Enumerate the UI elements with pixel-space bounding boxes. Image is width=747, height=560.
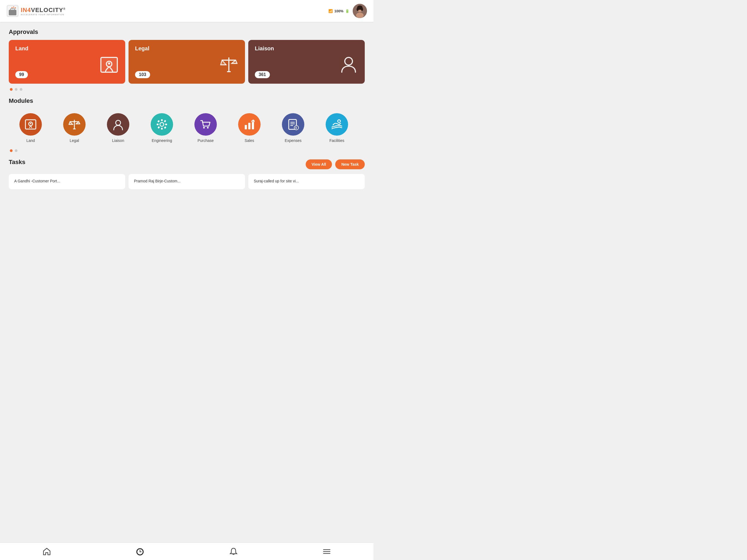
task-2-text: Pramod Raj Birje-Custom... [134,179,180,183]
approvals-dots [9,88,365,91]
tasks-title: Tasks [9,159,25,166]
module-expenses[interactable]: $ Expenses [271,109,315,147]
task-3-text: Suraj-called up for site vi... [254,179,299,183]
svg-point-3 [13,6,14,8]
modules-dot-1 [10,149,12,152]
land-card-icon [100,55,119,78]
approval-liaison-title: Liaison [255,45,358,52]
modules-title: Modules [9,97,365,104]
task-card-2[interactable]: Pramod Raj Birje-Custom... [129,174,245,189]
svg-point-42 [207,127,209,128]
task-card-3[interactable]: Suraj-called up for site vi... [248,174,365,189]
modules-dot-2 [15,149,18,152]
approval-card-land[interactable]: Land 99 [9,40,125,84]
module-purchase[interactable]: Purchase [184,109,228,147]
svg-point-11 [357,8,359,11]
svg-point-41 [203,127,205,128]
module-sales-icon: $ [238,113,261,136]
module-legal-label: Legal [70,138,79,143]
module-legal-icon [63,113,85,136]
status-bar: 📶 100% 🔋 [328,9,350,13]
approvals-title: Approvals [9,28,365,35]
approval-legal-count: 103 [135,71,150,78]
svg-rect-33 [161,119,163,121]
svg-rect-43 [245,125,247,129]
approval-land-title: Land [15,45,119,52]
logo-icon [6,5,19,17]
approval-card-legal[interactable]: Legal 103 [129,40,245,84]
module-facilities-icon [326,113,348,136]
legal-card-icon [219,55,238,78]
svg-rect-21 [227,71,231,72]
modules-grid: Land Legal [9,109,365,147]
dot-3 [20,88,22,91]
module-engineering[interactable]: Engineering [140,109,184,147]
module-facilities-label: Facilities [330,138,344,143]
top-bar: IN4VELOCITY® ACCELERATE YOUR INFORMATION… [0,0,374,22]
battery-icon: 🔋 [345,9,350,13]
module-liaison-label: Liaison [112,138,124,143]
module-sales-label: Sales [244,138,254,143]
approval-card-liaison[interactable]: Liaison 361 [248,40,365,84]
svg-point-22 [345,57,353,65]
modules-dots [9,149,365,152]
svg-point-16 [108,62,110,65]
svg-point-2 [11,7,12,8]
svg-rect-40 [164,120,166,122]
logo-main-text: IN4VELOCITY® [21,6,66,14]
svg-rect-35 [157,124,159,125]
approval-liaison-count: 361 [255,71,270,78]
dot-1 [10,88,12,91]
avatar[interactable] [353,4,367,18]
task-card-1[interactable]: A Gandhi -Customer Port... [9,174,125,189]
approval-legal-title: Legal [135,45,238,52]
svg-text:$: $ [295,126,297,129]
module-liaison-icon [107,113,129,136]
svg-point-9 [356,12,364,18]
logo-sub-text: ACCELERATE YOUR INFORMATION [21,14,66,16]
view-all-button[interactable]: View All [306,159,332,169]
svg-point-31 [115,120,121,125]
module-land-label: Land [26,138,35,143]
wifi-icon: 📶 [328,9,333,13]
module-engineering-label: Engineering [152,138,172,143]
module-facilities[interactable]: Facilities [315,109,359,147]
svg-rect-23 [25,120,36,129]
avatar-image [353,4,367,18]
svg-point-25 [30,123,31,124]
main-content: Approvals Land 99 Legal 103 [0,22,374,262]
logo-text-area: IN4VELOCITY® ACCELERATE YOUR INFORMATION [21,6,66,16]
svg-point-32 [160,123,164,126]
new-task-button[interactable]: New Task [335,159,365,169]
tasks-row: A Gandhi -Customer Port... Pramod Raj Bi… [9,174,365,189]
svg-rect-36 [165,124,167,125]
approvals-row: Land 99 Legal 103 [9,40,365,84]
svg-rect-30 [73,128,76,129]
task-1-text: A Gandhi -Customer Port... [14,179,60,183]
svg-point-54 [338,120,340,123]
svg-rect-34 [161,128,163,130]
dot-2 [15,88,18,91]
module-legal[interactable]: Legal [52,109,96,147]
module-land[interactable]: Land [9,109,52,147]
svg-text:$: $ [252,121,254,123]
svg-rect-44 [248,123,251,129]
liaison-card-icon [339,55,358,78]
module-expenses-label: Expenses [285,138,301,143]
module-expenses-icon: $ [282,113,304,136]
svg-rect-38 [164,126,166,129]
svg-rect-37 [157,120,160,123]
tasks-header: Tasks View All New Task [9,159,365,170]
module-purchase-label: Purchase [198,138,213,143]
module-purchase-icon [195,113,217,136]
battery-percent: 100% [334,9,343,13]
module-liaison[interactable]: Liaison [96,109,140,147]
svg-rect-14 [101,57,117,72]
module-land-icon [19,113,42,136]
top-right-area: 📶 100% 🔋 [328,4,367,18]
svg-point-12 [361,8,363,11]
logo: IN4VELOCITY® ACCELERATE YOUR INFORMATION [6,5,66,17]
module-engineering-icon [151,113,173,136]
svg-point-4 [15,7,16,8]
module-sales[interactable]: $ Sales [228,109,271,147]
